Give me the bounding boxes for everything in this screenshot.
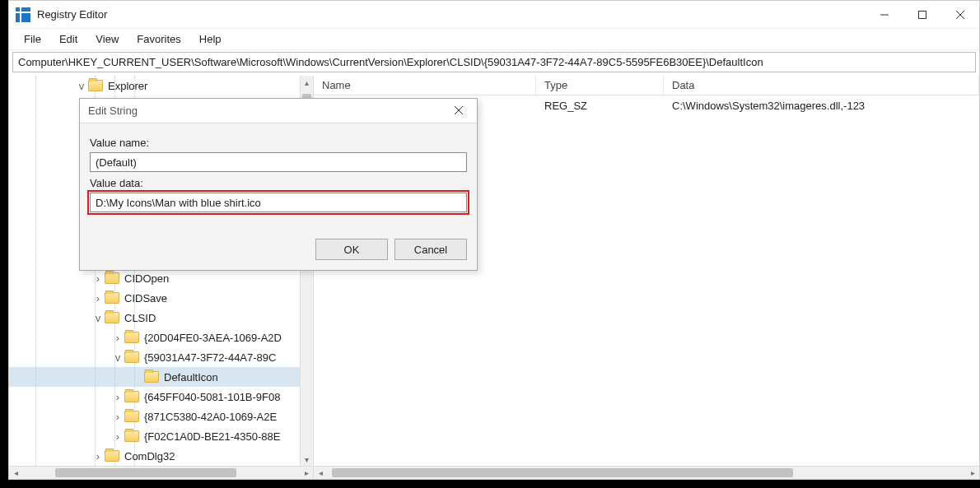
dialog-close-button[interactable]: [447, 104, 470, 119]
list-header: Name Type Data: [314, 76, 979, 95]
dialog-title: Edit String: [88, 105, 138, 117]
chevron-down-icon[interactable]: v: [75, 80, 88, 92]
folder-icon: [105, 312, 119, 323]
folder-icon: [88, 80, 103, 91]
menu-file[interactable]: File: [17, 31, 48, 47]
tree-node[interactable]: v {59031A47-3F72-44A7-89C: [9, 347, 300, 367]
edit-string-dialog[interactable]: Edit String Value name: Value data: OK C…: [79, 98, 478, 271]
close-icon: [454, 105, 464, 115]
tree-node[interactable]: › {20D04FE0-3AEA-1069-A2D: [9, 328, 300, 347]
tree-node-label: {F02C1A0D-BE21-4350-88E: [144, 430, 281, 443]
value-data-label: Value data:: [90, 177, 467, 189]
chevron-right-icon[interactable]: ›: [111, 332, 124, 344]
registry-editor-window: Registry Editor File Edit View Favorites…: [8, 0, 980, 480]
chevron-right-icon[interactable]: ›: [91, 292, 105, 304]
tree-node-label: CLSID: [124, 312, 156, 324]
dialog-buttons: OK Cancel: [80, 230, 477, 270]
close-icon: [955, 10, 965, 20]
folder-icon: [105, 272, 119, 284]
folder-icon: [124, 391, 139, 402]
tree-node-defaulticon[interactable]: DefaultIcon: [9, 367, 300, 387]
menu-help[interactable]: Help: [193, 31, 228, 47]
folder-icon: [124, 430, 139, 442]
scroll-thumb[interactable]: [332, 468, 793, 477]
chevron-right-icon[interactable]: ›: [111, 430, 124, 443]
tree-node[interactable]: › {F02C1A0D-BE21-4350-88E: [9, 426, 300, 446]
regedit-icon: [16, 7, 30, 22]
scroll-up-icon[interactable]: ▴: [301, 76, 313, 89]
svg-rect-1: [919, 11, 926, 18]
tree-node-label: CIDSave: [124, 292, 167, 304]
tree-node-label: {871C5380-42A0-1069-A2E: [144, 411, 277, 423]
menu-bar: File Edit View Favorites Help: [9, 29, 979, 50]
value-name-label: Value name:: [90, 137, 467, 149]
folder-icon: [124, 332, 139, 343]
tree-node-label: {20D04FE0-3AEA-1069-A2D: [144, 332, 282, 344]
value-data-input[interactable]: [90, 193, 467, 212]
close-button[interactable]: [941, 1, 979, 29]
menu-favorites[interactable]: Favorites: [130, 31, 187, 47]
scroll-track[interactable]: [327, 467, 966, 479]
chevron-down-icon[interactable]: v: [91, 312, 105, 324]
tree-node-label: ComDlg32: [124, 450, 175, 462]
scroll-thumb[interactable]: [55, 468, 236, 477]
minimize-button[interactable]: [866, 1, 903, 29]
tree-node[interactable]: › CIDOpen: [9, 268, 300, 288]
tree-node[interactable]: › {871C5380-42A0-1069-A2E: [9, 407, 300, 426]
address-bar[interactable]: Computer\HKEY_CURRENT_USER\Software\Micr…: [12, 52, 976, 72]
chevron-down-icon[interactable]: v: [111, 351, 124, 364]
tree-node-explorer[interactable]: v Explorer: [9, 76, 300, 95]
folder-icon: [124, 411, 139, 422]
menu-view[interactable]: View: [89, 31, 125, 47]
column-header-name[interactable]: Name: [314, 76, 536, 95]
chevron-right-icon[interactable]: ›: [111, 411, 124, 423]
folder-icon: [124, 351, 139, 363]
list-horizontal-scrollbar[interactable]: ◂ ▸: [314, 466, 979, 479]
maximize-button[interactable]: [903, 1, 941, 29]
column-header-type[interactable]: Type: [536, 76, 664, 95]
tree-horizontal-scrollbar[interactable]: ◂ ▸: [9, 466, 313, 479]
scroll-left-icon[interactable]: ◂: [9, 468, 22, 477]
tree-node[interactable]: v CLSID: [9, 308, 300, 328]
window-title: Registry Editor: [37, 8, 866, 21]
scroll-left-icon[interactable]: ◂: [314, 468, 327, 477]
minimize-icon: [880, 10, 889, 20]
scroll-down-icon[interactable]: ▾: [301, 453, 313, 466]
tree-node-label: CIDOpen: [124, 272, 169, 285]
scroll-right-icon[interactable]: ▸: [300, 468, 313, 477]
tree-node-label: {645FF040-5081-101B-9F08: [144, 391, 281, 403]
column-header-data[interactable]: Data: [664, 76, 979, 95]
chevron-right-icon[interactable]: ›: [91, 450, 105, 462]
ok-button[interactable]: OK: [315, 239, 388, 260]
folder-icon: [144, 371, 159, 383]
dialog-body: Value name: Value data:: [80, 123, 477, 230]
tree-node[interactable]: › CIDSave: [9, 288, 300, 308]
chevron-right-icon[interactable]: ›: [111, 391, 124, 403]
scroll-track[interactable]: [22, 467, 300, 479]
tree-node[interactable]: › {645FF040-5081-101B-9F08: [9, 387, 300, 407]
tree-node-label: DefaultIcon: [164, 371, 218, 383]
dialog-title-bar[interactable]: Edit String: [80, 99, 477, 123]
value-name-input[interactable]: [90, 152, 467, 172]
chevron-right-icon[interactable]: ›: [91, 272, 105, 285]
cell-data: C:\Windows\System32\imageres.dll,-123: [664, 100, 979, 112]
menu-edit[interactable]: Edit: [53, 31, 84, 47]
scroll-right-icon[interactable]: ▸: [966, 468, 979, 477]
maximize-icon: [917, 10, 927, 20]
tree-node[interactable]: › ComDlg32: [9, 446, 300, 466]
title-bar[interactable]: Registry Editor: [9, 1, 979, 29]
cancel-button[interactable]: Cancel: [394, 239, 467, 260]
window-controls: [866, 1, 979, 29]
tree-node-label: {59031A47-3F72-44A7-89C: [144, 351, 276, 364]
folder-icon: [105, 450, 119, 462]
cell-type: REG_SZ: [536, 100, 664, 112]
folder-icon: [105, 292, 119, 304]
